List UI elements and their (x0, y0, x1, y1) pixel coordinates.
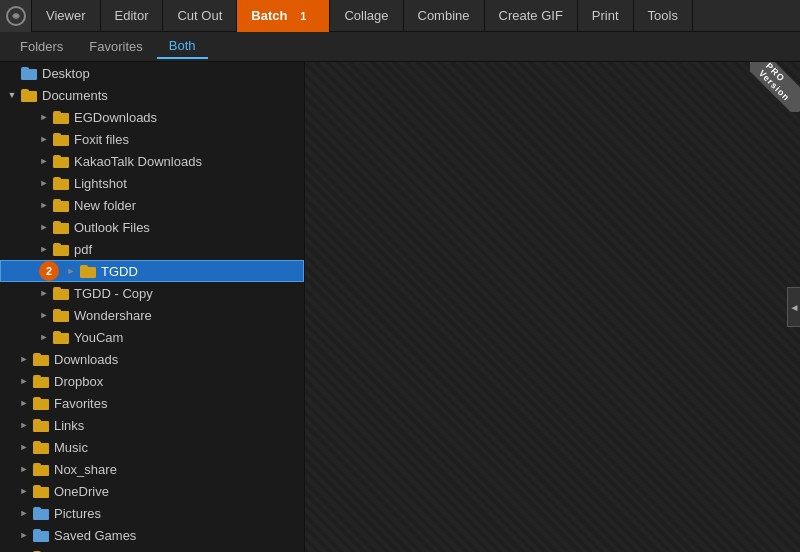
step1-badge: 1 (293, 6, 313, 26)
tree-item-youcam[interactable]: ► YouCam (0, 326, 304, 348)
tree-item-foxit[interactable]: ► Foxit files (0, 128, 304, 150)
menu-collage[interactable]: Collage (330, 0, 403, 32)
menu-editor[interactable]: Editor (101, 0, 164, 32)
lightshot-folder-icon (52, 174, 70, 192)
foxit-label: Foxit files (74, 132, 129, 147)
tgdd-copy-label: TGDD - Copy (74, 286, 153, 301)
links-folder-icon (32, 416, 50, 434)
hatch-background (305, 62, 800, 552)
onedrive-arrow: ► (16, 480, 32, 502)
menu-batch[interactable]: Batch 1 (237, 0, 330, 32)
documents-arrow: ▼ (4, 84, 20, 106)
tree-item-newfolder[interactable]: ► New folder (0, 194, 304, 216)
tgdd-copy-folder-icon (52, 284, 70, 302)
sidebar-collapse-button[interactable]: ◄ (787, 287, 800, 327)
tree-item-onedrive[interactable]: ► OneDrive (0, 480, 304, 502)
documents-folder-icon (20, 86, 38, 104)
noxshare-arrow: ► (16, 458, 32, 480)
kakaotalk-label: KakaoTalk Downloads (74, 154, 202, 169)
savedgames-label: Saved Games (54, 528, 136, 543)
youcam-arrow: ► (36, 326, 52, 348)
searches-folder-icon (32, 548, 50, 552)
tree-item-pictures[interactable]: ► Pictures (0, 502, 304, 524)
downloads-label: Downloads (54, 352, 118, 367)
tree-item-kakaotalk[interactable]: ► KakaoTalk Downloads (0, 150, 304, 172)
menu-creategif[interactable]: Create GIF (485, 0, 578, 32)
tab-folders[interactable]: Folders (8, 35, 75, 59)
menu-cutout[interactable]: Cut Out (163, 0, 237, 32)
favorites-folder-icon (32, 394, 50, 412)
tgdd-arrow: ► (63, 260, 79, 282)
documents-label: Documents (42, 88, 108, 103)
step2-badge: 2 (39, 261, 59, 281)
savedgames-arrow: ► (16, 524, 32, 546)
pdf-arrow: ► (36, 238, 52, 260)
tree-item-wondershare[interactable]: ► Wondershare (0, 304, 304, 326)
wondershare-folder-icon (52, 306, 70, 324)
wondershare-label: Wondershare (74, 308, 152, 323)
tree-item-tgdd-copy[interactable]: ► TGDD - Copy (0, 282, 304, 304)
pictures-label: Pictures (54, 506, 101, 521)
kakaotalk-arrow: ► (36, 150, 52, 172)
tree-item-outlook[interactable]: ► Outlook Files (0, 216, 304, 238)
main-area: Desktop ▼ Documents ► EGDownloads ► Foxi… (0, 62, 800, 552)
menu-viewer[interactable]: Viewer (32, 0, 101, 32)
tgdd-copy-arrow: ► (36, 282, 52, 304)
tree-item-favorites[interactable]: ► Favorites (0, 392, 304, 414)
documents-children: ► EGDownloads ► Foxit files ► KakaoTalk … (0, 106, 304, 348)
tree-item-music[interactable]: ► Music (0, 436, 304, 458)
outlook-folder-icon (52, 218, 70, 236)
tgdd-label: TGDD (101, 264, 138, 279)
tree-item-dropbox[interactable]: ► Dropbox (0, 370, 304, 392)
tab-both[interactable]: Both (157, 35, 208, 59)
tgdd-folder-icon (79, 262, 97, 280)
tree-item-pdf[interactable]: ► pdf (0, 238, 304, 260)
downloads-arrow: ► (16, 348, 32, 370)
tree-item-egdownloads[interactable]: ► EGDownloads (0, 106, 304, 128)
lightshot-label: Lightshot (74, 176, 127, 191)
newfolder-label: New folder (74, 198, 136, 213)
sidebar: Desktop ▼ Documents ► EGDownloads ► Foxi… (0, 62, 305, 552)
pro-badge: PROVersion (750, 62, 800, 112)
tree-item-tgdd[interactable]: 2 ► TGDD (0, 260, 304, 282)
menu-print[interactable]: Print (578, 0, 634, 32)
menu-bar: Viewer Editor Cut Out Batch 1 Collage Co… (0, 0, 800, 32)
tree-item-downloads[interactable]: ► Downloads (0, 348, 304, 370)
youcam-folder-icon (52, 328, 70, 346)
desktop-label: Desktop (42, 66, 90, 81)
tree-item-documents[interactable]: ▼ Documents (0, 84, 304, 106)
music-arrow: ► (16, 436, 32, 458)
downloads-folder-icon (32, 350, 50, 368)
egdownloads-arrow: ► (36, 106, 52, 128)
lightshot-arrow: ► (36, 172, 52, 194)
menu-combine[interactable]: Combine (404, 0, 485, 32)
egdownloads-label: EGDownloads (74, 110, 157, 125)
wondershare-arrow: ► (36, 304, 52, 326)
favorites-arrow: ► (16, 392, 32, 414)
youcam-label: YouCam (74, 330, 123, 345)
egdownloads-folder-icon (52, 108, 70, 126)
savedgames-folder-icon (32, 526, 50, 544)
menu-tools[interactable]: Tools (634, 0, 693, 32)
links-arrow: ► (16, 414, 32, 436)
searches-arrow: ► (16, 546, 32, 552)
foxit-folder-icon (52, 130, 70, 148)
tree-item-lightshot[interactable]: ► Lightshot (0, 172, 304, 194)
tree-item-desktop[interactable]: Desktop (0, 62, 304, 84)
dropbox-arrow: ► (16, 370, 32, 392)
tab-favorites[interactable]: Favorites (77, 35, 154, 59)
tab-bar: Folders Favorites Both (0, 32, 800, 62)
pdf-folder-icon (52, 240, 70, 258)
tree-item-noxshare[interactable]: ► Nox_share (0, 458, 304, 480)
foxit-arrow: ► (36, 128, 52, 150)
tree-item-searches[interactable]: ► Searches (0, 546, 304, 552)
desktop-arrow (4, 62, 20, 84)
tree-item-savedgames[interactable]: ► Saved Games (0, 524, 304, 546)
tree-item-links[interactable]: ► Links (0, 414, 304, 436)
desktop-folder-icon (20, 64, 38, 82)
favorites-label: Favorites (54, 396, 107, 411)
app-logo (0, 0, 32, 32)
newfolder-folder-icon (52, 196, 70, 214)
content-area: PROVersion ◄ (305, 62, 800, 552)
pdf-label: pdf (74, 242, 92, 257)
